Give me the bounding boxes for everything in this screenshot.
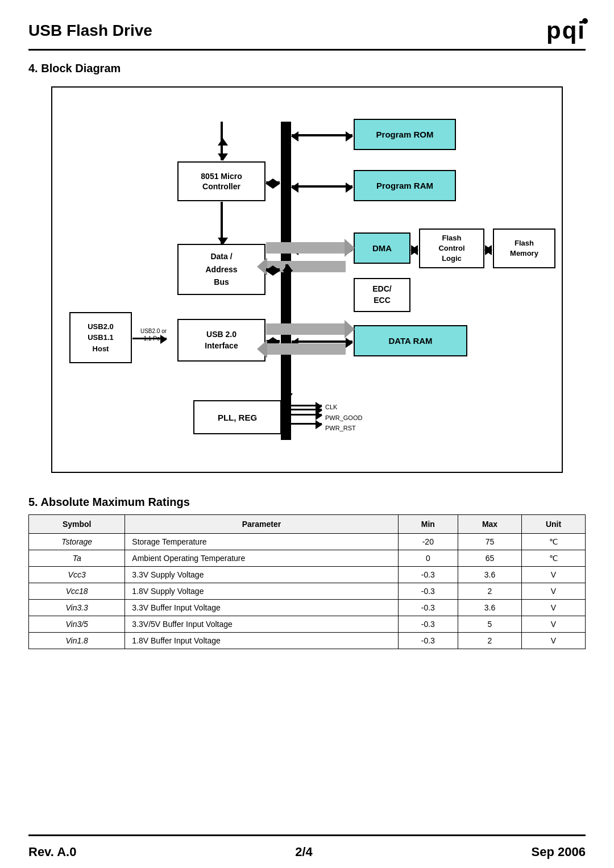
table-header-row: Symbol Parameter Min Max Unit <box>29 515 586 534</box>
arrow-dma-to-fcl <box>411 248 418 250</box>
arrow-bus-mc <box>266 268 280 271</box>
clk-label: CLK <box>325 402 362 413</box>
cell-symbol: Ta <box>29 550 125 567</box>
footer-right: Sep 2006 <box>532 845 586 859</box>
section-5: 5. Absolute Maximum Ratings Symbol Param… <box>28 496 586 649</box>
cell-unit: V <box>522 567 586 583</box>
table-row: Vin3/5 3.3V/5V Buffer Input Voltage -0.3… <box>29 616 586 633</box>
arrow-program-ram <box>292 185 352 188</box>
pwr-rst-label: PWR_RST <box>325 423 362 434</box>
table-row: Vin1.8 1.8V Buffer Input Voltage -0.3 2 … <box>29 633 586 649</box>
cell-symbol: Tstorage <box>29 534 125 550</box>
usb-interface-label: USB 2.0 Interface <box>205 329 238 351</box>
cell-max: 65 <box>458 550 521 567</box>
signal-labels: CLK PWR_GOOD PWR_RST <box>325 402 362 434</box>
table-row: Vcc18 1.8V Supply Voltage -0.3 2 V <box>29 583 586 600</box>
arrow-clk <box>282 405 322 406</box>
micro-controller-label: 8051 Micro Controller <box>201 171 242 192</box>
arrow-mc-vertical <box>221 139 223 160</box>
footer-left: Rev. A.0 <box>28 845 76 859</box>
cell-min: -0.3 <box>398 633 458 649</box>
cell-unit: ℃ <box>522 550 586 567</box>
cell-max: 3.6 <box>458 600 521 616</box>
dma-box: DMA <box>354 232 410 264</box>
cell-max: 2 <box>458 633 521 649</box>
edc-ecc-label: EDC/ ECC <box>372 284 391 306</box>
table-row: Ta Ambient Operating Temperature 0 65 ℃ <box>29 550 586 567</box>
cell-unit: V <box>522 633 586 649</box>
usb-host-box: USB2.0 USB1.1 Host <box>69 312 132 363</box>
cell-unit: V <box>522 616 586 633</box>
bus-arrow-usb-left <box>266 343 346 355</box>
cell-parameter: 3.3V Supply Voltage <box>125 567 398 583</box>
program-rom-box: Program ROM <box>354 119 456 150</box>
col-min: Min <box>398 515 458 534</box>
col-parameter: Parameter <box>125 515 398 534</box>
pll-reg-box: PLL, REG <box>193 400 281 434</box>
cell-parameter: 1.8V Buffer Input Voltage <box>125 633 398 649</box>
micro-controller-box: 8051 Micro Controller <box>177 161 265 201</box>
flash-control-label: Flash Control Logic <box>438 233 464 264</box>
arrow-usb-host-to-intf <box>132 338 167 339</box>
cell-min: -0.3 <box>398 616 458 633</box>
data-address-bus-label: Data / Address Bus <box>205 250 237 288</box>
cell-min: -0.3 <box>398 567 458 583</box>
cell-parameter: Ambient Operating Temperature <box>125 550 398 567</box>
arrow-pwr-rst <box>282 423 322 425</box>
usb-interface-box: USB 2.0 Interface <box>177 319 265 362</box>
cell-min: -0.3 <box>398 600 458 616</box>
arrow-fcl-to-fm <box>485 248 492 250</box>
cell-unit: V <box>522 583 586 600</box>
cell-symbol: Vin1.8 <box>29 633 125 649</box>
col-max: Max <box>458 515 521 534</box>
table-row: Tstorage Storage Temperature -20 75 ℃ <box>29 534 586 550</box>
flash-memory-label: Flash Memory <box>510 238 538 259</box>
section-5-title: 5. Absolute Maximum Ratings <box>28 496 586 509</box>
cell-parameter: 1.8V Supply Voltage <box>125 583 398 600</box>
bus-arrow-dma-right <box>266 242 346 254</box>
cell-symbol: Vin3.3 <box>29 600 125 616</box>
arrow-mc-down <box>221 202 223 244</box>
block-diagram: Program ROM 8051 Micro Controller Progra… <box>51 86 563 473</box>
cell-max: 5 <box>458 616 521 633</box>
arrow-mc-top-line <box>221 122 223 140</box>
flash-memory-box: Flash Memory <box>493 229 555 268</box>
cell-min: 0 <box>398 550 458 567</box>
col-symbol: Symbol <box>29 515 125 534</box>
cell-max: 2 <box>458 583 521 600</box>
page-header: USB Flash Drive pqi <box>28 17 586 51</box>
flash-control-box: Flash Control Logic <box>419 229 484 268</box>
table-row: Vin3.3 3.3V Buffer Input Voltage -0.3 3.… <box>29 600 586 616</box>
col-unit: Unit <box>522 515 586 534</box>
table-row: Vcc3 3.3V Supply Voltage -0.3 3.6 V <box>29 567 586 583</box>
cell-symbol: Vcc18 <box>29 583 125 600</box>
logo-text: pqi <box>546 17 586 44</box>
edc-ecc-box: EDC/ ECC <box>354 278 410 312</box>
logo: pqi <box>546 17 586 44</box>
cell-unit: ℃ <box>522 534 586 550</box>
block-diagram-wrapper: Program ROM 8051 Micro Controller Progra… <box>28 86 586 473</box>
arrow-mc-to-bus <box>266 181 280 184</box>
bus-arrow-usb-right <box>266 323 346 335</box>
arrow-program-rom <box>292 134 352 136</box>
data-ram-box: DATA RAM <box>354 325 467 356</box>
arrow-edc-v <box>285 264 288 277</box>
cell-symbol: Vcc3 <box>29 567 125 583</box>
cell-unit: V <box>522 600 586 616</box>
program-ram-box: Program RAM <box>354 170 456 201</box>
arrow-usb-intf-to-bus <box>266 340 280 342</box>
cell-parameter: 3.3V/5V Buffer Input Voltage <box>125 616 398 633</box>
page: USB Flash Drive pqi 4. Block Diagram Pro… <box>0 0 614 868</box>
cell-min: -20 <box>398 534 458 550</box>
arrow-bus-to-pll <box>285 366 288 400</box>
cell-min: -0.3 <box>398 583 458 600</box>
cell-parameter: 3.3V Buffer Input Voltage <box>125 600 398 616</box>
arrow-data-ram <box>292 340 352 343</box>
ratings-table: Symbol Parameter Min Max Unit Tstorage S… <box>28 514 586 649</box>
usb-host-label: USB2.0 USB1.1 Host <box>88 321 114 355</box>
pwr-good-label: PWR_GOOD <box>325 413 362 423</box>
cell-symbol: Vin3/5 <box>29 616 125 633</box>
arrow-pwr-good <box>282 414 322 416</box>
cell-max: 3.6 <box>458 567 521 583</box>
page-title: USB Flash Drive <box>28 22 152 40</box>
